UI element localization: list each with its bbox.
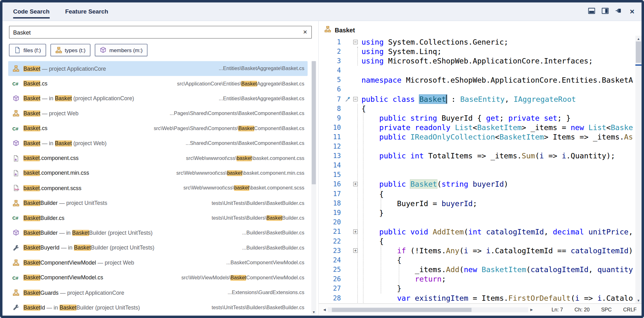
code-line[interactable]: 6 — [319, 85, 636, 94]
line-number[interactable]: 28 — [319, 293, 343, 303]
line-number[interactable]: 4 — [319, 66, 343, 75]
results-scrollbar-thumb[interactable] — [312, 61, 316, 184]
dock-bottom-button[interactable] — [588, 8, 595, 15]
code-line[interactable]: 28 var existingItem = Items.FirstOrDefau… — [319, 293, 636, 303]
code-line[interactable]: 3using Microsoft.eShopWeb.ApplicationCor… — [319, 56, 636, 66]
code-line[interactable]: 13 public int TotalItems => _items.Sum(i… — [319, 151, 636, 161]
code-line[interactable]: 11 public IReadOnlyCollection<BasketItem… — [319, 132, 636, 141]
line-number[interactable]: 20 — [319, 217, 343, 227]
line-number[interactable]: 17 — [319, 189, 343, 198]
code-line[interactable]: 10 private readonly List<BasketItem> _it… — [319, 123, 636, 132]
line-number[interactable]: 8 — [319, 104, 343, 113]
tab-code-search[interactable]: Code Search — [13, 3, 50, 20]
editor-hscrollbar[interactable] — [328, 307, 528, 312]
code-line[interactable]: 15 — [319, 170, 636, 179]
result-row[interactable]: C#Basket.cssrc\Web\Pages\Shared\Componen… — [8, 121, 308, 136]
code-editor[interactable]: 1−using System.Collections.Generic;2usin… — [319, 36, 636, 304]
line-number[interactable]: 1 — [319, 37, 343, 47]
line-number[interactable]: 23 — [319, 246, 343, 255]
code-line[interactable]: 26 return; — [319, 274, 636, 284]
line-number[interactable]: 3 — [319, 56, 343, 66]
result-row[interactable]: C#Basket.cssrc\ApplicationCore\Entities\… — [8, 76, 308, 91]
code-line[interactable]: 14 — [319, 161, 636, 170]
line-number[interactable]: 22 — [319, 236, 343, 246]
result-row[interactable]: BasketId — in BasketBuilder (project Uni… — [8, 300, 308, 315]
code-line[interactable]: 18 BuyerId = buyerId; — [319, 199, 636, 208]
line-number[interactable]: 2 — [319, 47, 343, 56]
status-space-indicator[interactable]: SPC — [601, 307, 612, 312]
result-row[interactable]: abasket.component.csssrc\Web\wwwroot\css… — [8, 151, 308, 166]
line-number[interactable]: 18 — [319, 199, 343, 208]
pin-button[interactable] — [615, 8, 622, 15]
line-number[interactable]: 13 — [319, 151, 343, 161]
line-number[interactable]: 14 — [319, 161, 343, 170]
scroll-left-icon[interactable]: ◀ — [321, 308, 328, 312]
result-row[interactable]: C#BasketComponentViewModel.cssrc\Web\Vie… — [8, 270, 308, 285]
line-number[interactable]: 16 — [319, 179, 343, 189]
code-line[interactable]: 9 public string BuyerId { get; private s… — [319, 113, 636, 123]
results-scrollbar[interactable]: ▼ — [311, 61, 316, 315]
line-number[interactable]: 12 — [319, 142, 343, 151]
line-number[interactable]: 26 — [319, 274, 343, 284]
code-line[interactable]: 27 } — [319, 284, 636, 293]
line-margin[interactable] — [343, 94, 353, 104]
scroll-up-icon[interactable]: ▲ — [636, 36, 642, 41]
result-row[interactable]: BasketComponentViewModel — project Web..… — [8, 255, 308, 271]
code-line[interactable]: 2using System.Linq; — [319, 47, 636, 56]
code-line[interactable]: 1−using System.Collections.Generic; — [319, 37, 636, 47]
filter-files-button[interactable]: files (f:) — [9, 44, 46, 56]
dock-right-button[interactable] — [601, 8, 609, 15]
scroll-right-icon[interactable]: ▶ — [528, 308, 535, 312]
line-number[interactable]: 9 — [319, 113, 343, 123]
code-line[interactable]: 4 — [319, 66, 636, 75]
code-line[interactable]: 22 { — [319, 236, 636, 246]
line-number[interactable]: 21 — [319, 227, 343, 236]
scroll-down-icon[interactable]: ▼ — [311, 309, 316, 315]
tab-feature-search[interactable]: Feature Search — [65, 3, 108, 20]
line-number[interactable]: 7 — [319, 94, 343, 104]
line-number[interactable]: 24 — [319, 255, 343, 265]
code-line[interactable]: 16+ public Basket(string buyerId) — [319, 179, 636, 189]
code-line[interactable]: 25 _items.Add(new BasketItem(catalogItem… — [319, 265, 636, 274]
scroll-down-icon[interactable]: ▼ — [636, 298, 642, 303]
line-number[interactable]: 25 — [319, 265, 343, 274]
result-row[interactable]: BasketBuyerId — in BasketBuilder (projec… — [8, 240, 308, 255]
result-row[interactable]: abasket.component.min.csssrc\Web\wwwroot… — [8, 166, 308, 181]
editor-scrollbar[interactable]: ▲ ▼ — [636, 36, 642, 304]
close-button[interactable]: ✕ — [628, 8, 636, 15]
fold-collapse-icon[interactable]: − — [353, 97, 358, 101]
clear-search-button[interactable]: ✕ — [302, 28, 309, 36]
line-number[interactable]: 5 — [319, 75, 343, 85]
editor-scrollbar-thumb[interactable] — [636, 41, 641, 63]
filter-members-button[interactable]: members (m:) — [95, 44, 147, 56]
results-list[interactable]: Basket — project ApplicationCore...Entit… — [3, 61, 318, 316]
code-line[interactable]: 24 { — [319, 255, 636, 265]
fold-collapse-icon[interactable]: − — [353, 40, 358, 44]
status-eol-indicator[interactable]: CRLF — [623, 307, 637, 312]
result-row[interactable]: BasketBuilder — in BasketBuilder (projec… — [8, 225, 308, 240]
line-number[interactable]: 27 — [319, 284, 343, 293]
filter-types-button[interactable]: types (t:) — [50, 44, 90, 56]
editor-hscrollbar-thumb[interactable] — [332, 308, 472, 312]
code-line[interactable]: 19 } — [319, 208, 636, 217]
result-row[interactable]: Basket — in Basket (project Web)...Share… — [8, 136, 308, 151]
result-row[interactable]: Basket — project ApplicationCore...Entit… — [8, 61, 308, 76]
line-number[interactable]: 19 — [319, 208, 343, 217]
result-row[interactable]: BasketGuards — project ApplicationCore..… — [8, 285, 308, 300]
code-line[interactable]: 20 — [319, 217, 636, 227]
code-line[interactable]: 23+ if (!Items.Any(i => i.CatalogItemId … — [319, 246, 636, 255]
line-number[interactable]: 6 — [319, 85, 343, 94]
code-line[interactable]: 21+ public void AddItem(int catalogItemI… — [319, 227, 636, 236]
result-row[interactable]: BasketBuilder — project UnitTeststests\U… — [8, 195, 308, 211]
result-row[interactable]: Basket — in Basket (project ApplicationC… — [8, 91, 308, 106]
code-line[interactable]: 5namespace Microsoft.eShopWeb.Applicatio… — [319, 75, 636, 85]
code-line[interactable]: 7−public class Basket : BaseEntity, IAgg… — [319, 94, 636, 104]
line-number[interactable]: 15 — [319, 170, 343, 179]
result-row[interactable]: Sassbasket.component.scsssrc\Web\wwwroot… — [8, 181, 308, 196]
code-line[interactable]: 17 { — [319, 189, 636, 198]
result-row[interactable]: Basket — project Web...Pages\Shared\Comp… — [8, 106, 308, 121]
code-line[interactable]: 8{ — [319, 104, 636, 113]
code-line[interactable]: 12 — [319, 142, 636, 151]
line-number[interactable]: 10 — [319, 123, 343, 132]
search-input[interactable] — [9, 26, 312, 38]
